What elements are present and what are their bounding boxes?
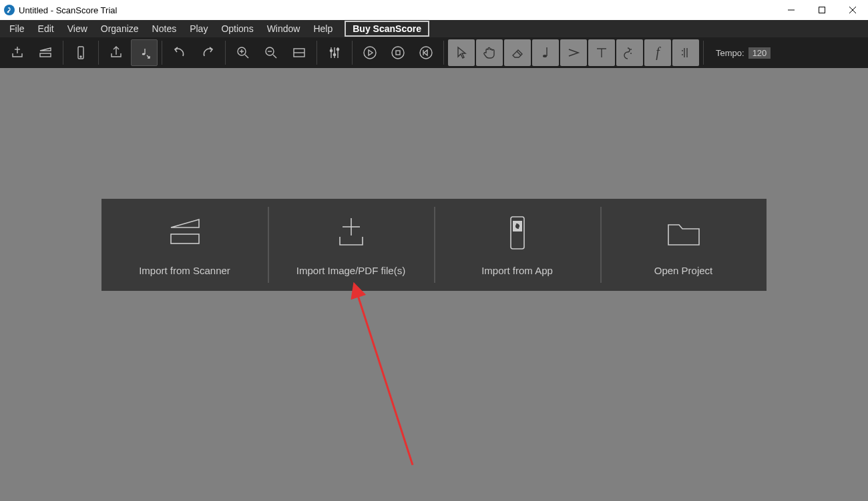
menu-window[interactable]: Window	[260, 21, 307, 36]
toolbar-separator	[352, 41, 353, 65]
open-project-tile[interactable]: Open Project	[600, 199, 767, 291]
svg-marker-34	[458, 47, 465, 58]
svg-point-26	[337, 48, 339, 50]
toolbar-separator	[703, 41, 704, 65]
menu-help[interactable]: Help	[306, 21, 339, 36]
svg-rect-2	[819, 7, 825, 13]
tile-label: Open Project	[654, 265, 713, 276]
tile-label: Import Image/PDF file(s)	[296, 265, 405, 276]
note-tool-button[interactable]	[532, 39, 559, 66]
minimize-button[interactable]	[776, 0, 807, 20]
import-file-button[interactable]	[4, 39, 31, 66]
menu-options[interactable]: Options	[214, 21, 260, 36]
toolbar: f Tempo: 120	[0, 37, 868, 68]
svg-point-27	[364, 47, 376, 59]
export-button[interactable]	[103, 39, 130, 66]
close-button[interactable]	[837, 0, 868, 20]
svg-rect-7	[40, 53, 51, 57]
toolbar-separator	[162, 41, 162, 65]
eraser-tool-button[interactable]	[504, 39, 531, 66]
toolbar-separator	[98, 41, 99, 65]
redo-button[interactable]	[194, 39, 221, 66]
main-area: Import from Scanner Import Image/PDF fil…	[0, 68, 868, 501]
dynamics-tool-button[interactable]: f	[644, 39, 671, 66]
svg-point-45	[682, 50, 683, 51]
svg-line-17	[273, 55, 276, 58]
window-title: Untitled - ScanScore Trial	[19, 5, 117, 15]
app-icon	[4, 5, 15, 15]
svg-text:f: f	[656, 45, 661, 60]
menu-view[interactable]: View	[61, 21, 94, 36]
svg-point-37	[543, 55, 547, 57]
svg-point-40	[630, 49, 632, 50]
svg-rect-47	[171, 234, 199, 243]
tile-label: Import from Scanner	[139, 265, 230, 276]
scanner-icon	[162, 214, 208, 252]
zoom-in-button[interactable]	[230, 39, 256, 66]
tempo-input[interactable]: 120	[748, 47, 771, 59]
import-scanner-button[interactable]	[32, 39, 59, 66]
window-controls	[776, 0, 868, 20]
phone-app-icon	[494, 214, 541, 252]
menu-edit[interactable]: Edit	[31, 21, 61, 36]
svg-marker-32	[424, 50, 427, 55]
svg-point-24	[330, 49, 332, 51]
barline-tool-button[interactable]	[672, 39, 699, 66]
menu-notes[interactable]: Notes	[146, 21, 184, 36]
toolbar-separator	[225, 41, 226, 65]
svg-point-29	[392, 47, 404, 59]
import-file-icon	[328, 214, 375, 252]
pointer-tool-button[interactable]	[448, 39, 475, 66]
buy-scanscore-button[interactable]: Buy ScanScore	[345, 21, 429, 37]
fit-width-button[interactable]	[286, 39, 312, 66]
tile-label: Import from App	[481, 265, 553, 276]
svg-point-0	[7, 11, 9, 13]
welcome-panel: Import from Scanner Import Image/PDF fil…	[101, 199, 767, 291]
svg-marker-28	[369, 50, 373, 55]
svg-point-11	[142, 53, 146, 55]
text-tool-button[interactable]	[588, 39, 615, 66]
import-from-scanner-tile[interactable]: Import from Scanner	[101, 199, 268, 291]
settings-sliders-button[interactable]	[321, 39, 348, 66]
svg-line-54	[357, 294, 413, 465]
play-button[interactable]	[357, 39, 383, 66]
zoom-out-button[interactable]	[258, 39, 284, 66]
toolbar-separator	[63, 41, 63, 65]
import-app-button[interactable]	[67, 39, 94, 66]
maximize-button[interactable]	[807, 0, 837, 20]
menubar: File Edit View Organize Notes Play Optio…	[0, 20, 868, 37]
menu-play[interactable]: Play	[183, 21, 214, 36]
svg-rect-30	[396, 51, 400, 55]
svg-point-41	[630, 53, 632, 54]
import-from-app-tile[interactable]: Import from App	[434, 199, 600, 291]
svg-point-9	[80, 56, 81, 57]
accent-tool-button[interactable]	[560, 39, 587, 66]
svg-point-25	[333, 53, 335, 55]
folder-icon	[660, 214, 707, 252]
tempo-label: Tempo:	[716, 48, 744, 58]
menu-organize[interactable]: Organize	[94, 21, 146, 36]
menu-file[interactable]: File	[3, 21, 31, 36]
svg-line-13	[245, 55, 248, 58]
clef-tool-button[interactable]	[616, 39, 643, 66]
undo-button[interactable]	[166, 39, 193, 66]
toolbar-separator	[316, 41, 317, 65]
rewind-button[interactable]	[413, 39, 439, 66]
svg-point-46	[682, 54, 683, 55]
svg-point-31	[420, 47, 432, 59]
tempo-group: Tempo: 120	[716, 47, 771, 59]
pan-tool-button[interactable]	[476, 39, 503, 66]
export-musicxml-button[interactable]	[131, 39, 158, 66]
import-image-pdf-tile[interactable]: Import Image/PDF file(s)	[268, 199, 434, 291]
titlebar: Untitled - ScanScore Trial	[0, 0, 868, 20]
stop-button[interactable]	[385, 39, 411, 66]
toolbar-separator	[443, 41, 444, 65]
